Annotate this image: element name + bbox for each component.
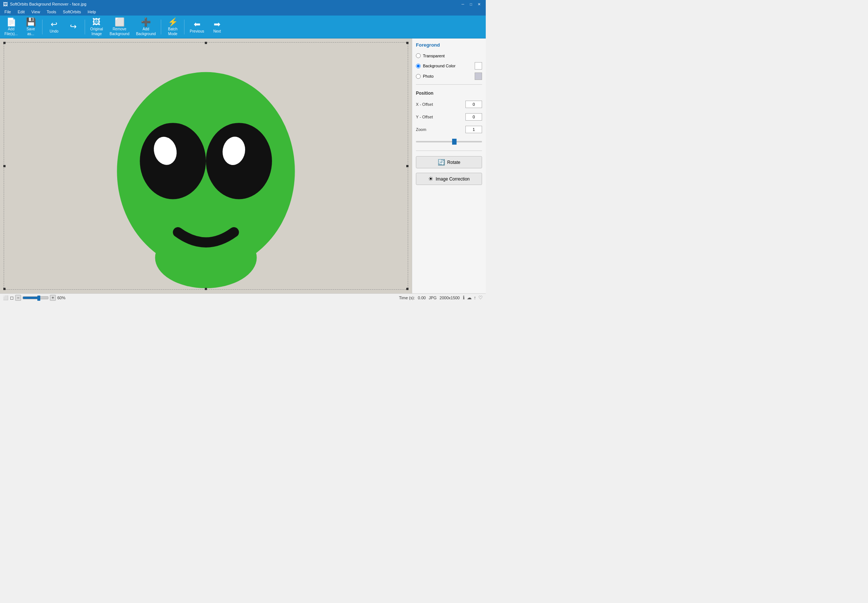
image-canvas <box>95 39 317 293</box>
image-correction-label: Image Correction <box>435 176 469 182</box>
time-label: Time (s): <box>399 295 415 300</box>
handle-top-right[interactable] <box>406 42 409 44</box>
add-bg-icon: ➕ <box>141 18 151 26</box>
zoom-plus-button[interactable]: + <box>50 295 56 301</box>
y-offset-row: Y - Offset <box>416 113 482 121</box>
menu-softorbits[interactable]: SoftOrbits <box>60 9 84 15</box>
zoom-bar-fill <box>23 297 38 299</box>
canvas-area <box>0 39 412 293</box>
image-correction-button[interactable]: ☀ Image Correction <box>416 173 482 185</box>
zoom-slider-track[interactable] <box>416 141 482 142</box>
menu-tools[interactable]: Tools <box>44 9 59 15</box>
add-bg-label2: Background <box>136 32 156 36</box>
add-background-button[interactable]: ➕ Add Background <box>133 17 159 37</box>
photo-radio-row: Photo <box>416 74 475 79</box>
zoom-bar-track[interactable] <box>23 296 48 299</box>
app-icon: 🖼 <box>3 2 8 7</box>
status-icons: ℹ ☁ ↑ ♡ <box>463 295 483 300</box>
right-panel: Foregrond Transparent Background Color P… <box>412 39 486 293</box>
add-bg-label: Add <box>143 27 150 31</box>
close-button[interactable]: ✕ <box>475 1 483 7</box>
zoom-input[interactable] <box>466 126 482 133</box>
handle-middle-right[interactable] <box>406 165 409 167</box>
photo-swatch[interactable] <box>475 73 482 80</box>
zoom-icon-fit[interactable]: ⬜ <box>3 295 9 300</box>
rotate-button[interactable]: 🔄 Rotate <box>416 156 482 169</box>
menu-help[interactable]: Help <box>85 9 99 15</box>
separator-4 <box>184 20 185 34</box>
add-files-icon: 📄 <box>6 18 16 26</box>
titlebar-title: SoftOrbits Background Remover - face.jpg <box>10 2 86 6</box>
cloud-icon[interactable]: ☁ <box>467 295 472 300</box>
save-as-button[interactable]: 💾 Save as... <box>22 17 40 37</box>
share-icon[interactable]: ↑ <box>474 295 476 300</box>
info-icon[interactable]: ℹ <box>463 295 465 300</box>
background-color-radio[interactable] <box>416 63 421 68</box>
x-offset-label: X - Offset <box>416 102 433 107</box>
zoom-icon-select[interactable]: ◻ <box>10 295 14 300</box>
image-correction-icon: ☀ <box>428 175 433 182</box>
remove-background-button[interactable]: ⬜ Remove Background <box>107 17 133 37</box>
menu-view[interactable]: View <box>28 9 43 15</box>
add-files-label: Add <box>8 27 14 31</box>
separator-2 <box>85 20 85 34</box>
batch-label: Batch <box>168 27 178 31</box>
minimize-button[interactable]: ─ <box>459 1 467 7</box>
zoom-row: Zoom <box>416 126 482 133</box>
handle-top-middle[interactable] <box>205 42 207 44</box>
previous-label: Previous <box>190 29 204 33</box>
rotate-label: Rotate <box>447 160 460 165</box>
alien-face-svg <box>104 44 308 288</box>
format-label: JPG <box>429 295 436 300</box>
remove-bg-label: Remove <box>113 27 126 31</box>
original-image-icon: 🖼 <box>93 18 100 26</box>
background-color-label[interactable]: Background Color <box>423 63 455 68</box>
menu-edit[interactable]: Edit <box>15 9 28 15</box>
zoom-bar-thumb[interactable] <box>37 295 40 301</box>
titlebar: 🖼 SoftOrbits Background Remover - face.j… <box>0 0 486 8</box>
original-image-button[interactable]: 🖼 Original Image <box>87 17 106 37</box>
separator-1 <box>42 20 43 34</box>
maximize-button[interactable]: □ <box>467 1 475 7</box>
add-files-button[interactable]: 📄 Add File(s)... <box>2 17 21 37</box>
statusbar-right: Time (s): 0.00 JPG 2000x1500 ℹ ☁ ↑ ♡ <box>399 295 483 300</box>
transparent-label[interactable]: Transparent <box>423 54 445 58</box>
titlebar-controls: ─ □ ✕ <box>459 1 483 7</box>
handle-bottom-left[interactable] <box>3 288 6 290</box>
zoom-label: Zoom <box>416 127 426 132</box>
time-value: 0.00 <box>418 295 426 300</box>
photo-label[interactable]: Photo <box>423 74 434 79</box>
toolbar: 📄 Add File(s)... 💾 Save as... ↩ Undo ↪ 🖼… <box>0 15 486 39</box>
menu-file[interactable]: File <box>2 9 14 15</box>
handle-middle-left[interactable] <box>3 165 6 167</box>
y-offset-input[interactable] <box>466 113 482 121</box>
save-as-label: Save <box>26 27 35 31</box>
background-color-radio-row: Background Color <box>416 63 475 68</box>
y-offset-label: Y - Offset <box>416 115 433 119</box>
batch-label2: Mode <box>168 32 177 36</box>
next-icon: ➡ <box>214 20 220 28</box>
handle-top-left[interactable] <box>3 42 6 44</box>
transparent-radio[interactable] <box>416 53 421 58</box>
zoom-minus-button[interactable]: − <box>15 295 21 301</box>
dimensions-label: 2000x1500 <box>439 295 459 300</box>
handle-bottom-middle[interactable] <box>205 288 207 290</box>
remove-bg-label2: Background <box>110 32 130 36</box>
photo-radio[interactable] <box>416 74 421 79</box>
heart-icon[interactable]: ♡ <box>478 295 483 300</box>
zoom-slider-thumb[interactable] <box>452 139 456 145</box>
background-color-row: Background Color <box>416 62 482 70</box>
redo-button[interactable]: ↪ <box>64 17 82 37</box>
previous-button[interactable]: ⬅ Previous <box>187 17 207 37</box>
undo-button[interactable]: ↩ Undo <box>45 17 63 37</box>
next-button[interactable]: ➡ Next <box>208 17 226 37</box>
save-as-label2: as... <box>27 32 34 36</box>
transparent-radio-row: Transparent <box>416 53 482 58</box>
x-offset-input[interactable] <box>466 100 482 108</box>
canvas-content <box>0 39 412 293</box>
original-image-label2: Image <box>91 32 102 36</box>
handle-bottom-right[interactable] <box>406 288 409 290</box>
batch-mode-button[interactable]: ⚡ Batch Mode <box>163 17 182 37</box>
color-swatch[interactable] <box>475 62 482 70</box>
divider-1 <box>416 84 482 85</box>
